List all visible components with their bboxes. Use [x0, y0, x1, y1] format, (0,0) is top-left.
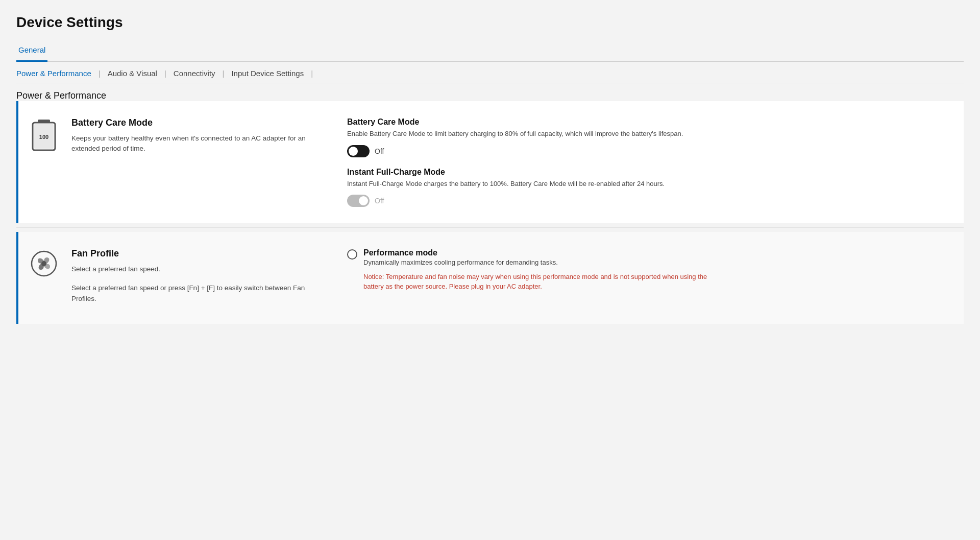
sub-nav-input-device[interactable]: Input Device Settings — [231, 69, 311, 78]
battery-section-title: Battery Care Mode — [71, 118, 316, 128]
battery-care-desc: Enable Battery Care Mode to limit batter… — [347, 129, 694, 139]
instant-charge-toggle[interactable] — [347, 195, 370, 207]
instant-charge-desc: Instant Full-Charge Mode charges the bat… — [347, 179, 694, 189]
page-title: Device Settings — [16, 14, 964, 31]
performance-mode-desc: Dynamically maximizes cooling performanc… — [363, 257, 710, 268]
fan-section-desc-long: Select a preferred fan speed or press [F… — [71, 283, 316, 304]
instant-charge-label: Instant Full-Charge Mode — [347, 168, 947, 177]
fan-section-title: Fan Profile — [71, 248, 316, 259]
sub-nav-sep-1: | — [99, 69, 101, 78]
performance-mode-radio[interactable] — [347, 249, 357, 260]
fan-section-right: Performance mode Dynamically maximizes c… — [347, 248, 947, 308]
battery-care-toggle-state: Off — [375, 147, 384, 155]
instant-charge-group: Instant Full-Charge Mode Instant Full-Ch… — [347, 168, 947, 207]
battery-icon: 100 — [31, 120, 57, 157]
battery-section-left: 100 Battery Care Mode Keeps your battery… — [31, 118, 316, 207]
fan-icon — [31, 250, 57, 282]
battery-section-right: Battery Care Mode Enable Battery Care Mo… — [347, 118, 947, 207]
battery-section-info: Battery Care Mode Keeps your battery hea… — [71, 118, 316, 154]
performance-mode-label: Performance mode — [363, 248, 710, 257]
performance-mode-group: Performance mode Dynamically maximizes c… — [347, 248, 947, 292]
instant-charge-toggle-row: Off — [347, 195, 947, 207]
instant-charge-toggle-state: Off — [375, 197, 384, 205]
fan-section: Fan Profile Select a preferred fan speed… — [16, 232, 964, 324]
sub-nav-connectivity[interactable]: Connectivity — [174, 69, 223, 78]
battery-section: 100 Battery Care Mode Keeps your battery… — [16, 101, 964, 223]
section-divider — [16, 227, 964, 228]
performance-mode-info: Performance mode Dynamically maximizes c… — [363, 248, 710, 292]
instant-charge-toggle-knob — [359, 196, 368, 205]
fan-section-info: Fan Profile Select a preferred fan speed… — [71, 248, 316, 304]
tab-bar: General — [16, 41, 964, 62]
sub-nav-sep-4: | — [311, 69, 313, 78]
fan-section-left: Fan Profile Select a preferred fan speed… — [31, 248, 316, 308]
battery-care-group: Battery Care Mode Enable Battery Care Mo… — [347, 118, 947, 157]
svg-text:100: 100 — [39, 134, 48, 140]
battery-care-toggle-row: Off — [347, 145, 947, 157]
performance-mode-row: Performance mode Dynamically maximizes c… — [347, 248, 947, 292]
sub-nav-sep-3: | — [223, 69, 225, 78]
sub-nav-sep-2: | — [164, 69, 166, 78]
battery-care-toggle[interactable] — [347, 145, 370, 157]
sub-nav: Power & Performance | Audio & Visual | C… — [16, 62, 964, 83]
battery-care-label: Battery Care Mode — [347, 118, 947, 127]
fan-section-desc-short: Select a preferred fan speed. — [71, 264, 316, 274]
battery-care-toggle-knob — [349, 147, 358, 156]
section-header-power: Power & Performance — [16, 83, 964, 101]
sub-nav-audio-visual[interactable]: Audio & Visual — [108, 69, 164, 78]
sub-nav-power-performance[interactable]: Power & Performance — [16, 69, 99, 78]
tab-general[interactable]: General — [16, 41, 47, 62]
performance-mode-notice: Notice: Temperature and fan noise may va… — [363, 272, 710, 292]
battery-section-desc: Keeps your battery healthy even when it'… — [71, 133, 316, 154]
